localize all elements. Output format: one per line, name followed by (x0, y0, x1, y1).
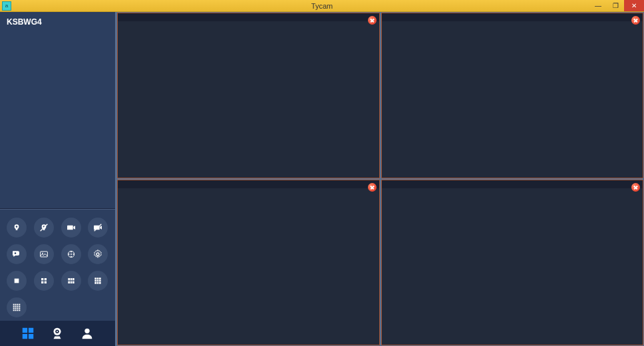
svg-rect-48 (15, 309, 17, 311)
layout-6-button[interactable] (61, 271, 81, 291)
svg-rect-23 (68, 281, 70, 283)
svg-rect-28 (99, 277, 101, 279)
svg-rect-16 (41, 278, 43, 280)
svg-rect-2 (16, 228, 18, 230)
svg-rect-44 (15, 307, 17, 309)
main-area: KSBWG4 (0, 12, 644, 346)
user-icon (80, 326, 94, 341)
icon-grid (7, 218, 108, 317)
svg-rect-35 (13, 304, 15, 305)
svg-rect-45 (17, 307, 18, 309)
record-icon (66, 222, 77, 233)
layout-4-button[interactable] (34, 271, 54, 291)
svg-rect-47 (13, 309, 15, 311)
svg-rect-46 (19, 307, 20, 309)
layout-9-icon (92, 275, 103, 286)
gear-icon (92, 249, 103, 260)
svg-rect-15 (15, 279, 19, 283)
svg-rect-26 (95, 277, 97, 279)
svg-rect-22 (73, 278, 75, 280)
svg-rect-52 (29, 328, 33, 333)
pane-header (118, 180, 379, 188)
nav-grid-button[interactable] (21, 326, 35, 341)
ptz-button[interactable] (61, 244, 81, 264)
video-pane-1[interactable] (117, 13, 380, 178)
layout-1-button[interactable] (7, 271, 27, 291)
record-off-icon (92, 222, 103, 233)
svg-point-1 (16, 226, 18, 228)
svg-rect-32 (95, 282, 97, 284)
svg-rect-27 (97, 277, 99, 279)
svg-rect-40 (15, 306, 17, 307)
pane-header (382, 13, 643, 21)
window-controls: — ❐ ✕ (589, 0, 644, 11)
record-off-button[interactable] (88, 218, 108, 238)
layout-16-icon (11, 302, 22, 313)
close-button[interactable]: ✕ (624, 0, 644, 11)
nav-camera-button[interactable] (50, 326, 65, 341)
svg-rect-18 (41, 281, 43, 283)
svg-rect-42 (19, 306, 20, 307)
video-pane-4[interactable] (381, 180, 644, 345)
image-icon (39, 249, 49, 260)
pane-close-button[interactable] (368, 16, 377, 25)
svg-rect-39 (13, 306, 15, 307)
intercom-icon (11, 249, 22, 260)
svg-rect-36 (15, 304, 17, 305)
layout-4-icon (39, 275, 49, 286)
pane-header (118, 13, 379, 21)
video-pane-3[interactable] (117, 180, 380, 345)
svg-rect-7 (67, 226, 73, 230)
app-icon: a (2, 1, 11, 11)
grid-icon (21, 326, 35, 341)
svg-point-10 (15, 252, 17, 254)
svg-rect-29 (95, 280, 97, 282)
svg-rect-38 (19, 304, 20, 305)
pane-close-button[interactable] (631, 16, 640, 25)
svg-rect-43 (13, 307, 15, 309)
camera-icon (11, 222, 22, 233)
pane-close-button[interactable] (631, 183, 640, 192)
camera-on-button[interactable] (7, 218, 27, 238)
svg-point-14 (71, 254, 72, 255)
settings-button[interactable] (88, 244, 108, 264)
minimize-button[interactable]: — (589, 0, 607, 11)
ptz-icon (66, 249, 77, 260)
layout-9-button[interactable] (88, 271, 108, 291)
window-title: Tycam (311, 2, 333, 10)
nav-user-button[interactable] (80, 326, 94, 341)
svg-rect-53 (23, 334, 27, 339)
layout-16-button[interactable] (7, 297, 27, 317)
device-label: KSBWG4 (7, 17, 108, 27)
camera-off-button[interactable] (34, 218, 54, 238)
sidebar: KSBWG4 (0, 12, 116, 346)
svg-rect-49 (17, 309, 18, 311)
svg-rect-20 (68, 278, 70, 280)
svg-rect-37 (17, 304, 18, 305)
layout-1-icon (11, 275, 22, 286)
svg-rect-34 (99, 282, 101, 284)
snapshot-button[interactable] (34, 244, 54, 264)
bottom-nav (0, 321, 115, 346)
svg-rect-19 (44, 281, 46, 283)
svg-rect-54 (29, 334, 33, 339)
webcam-icon (50, 326, 65, 341)
svg-rect-25 (73, 281, 75, 283)
svg-rect-17 (44, 278, 46, 280)
titlebar: a Tycam — ❐ ✕ (0, 0, 644, 12)
device-panel: KSBWG4 (0, 12, 115, 209)
pane-header (382, 180, 643, 188)
pane-close-button[interactable] (368, 183, 377, 192)
record-button[interactable] (61, 218, 81, 238)
svg-rect-11 (40, 252, 47, 257)
svg-point-57 (57, 331, 58, 332)
intercom-button[interactable] (7, 244, 27, 264)
video-pane-2[interactable] (381, 13, 644, 178)
camera-off-icon (39, 222, 49, 233)
svg-rect-51 (23, 328, 27, 333)
control-panel (0, 209, 115, 321)
layout-6-icon (66, 275, 77, 286)
video-grid (116, 12, 644, 346)
svg-rect-41 (17, 306, 18, 307)
maximize-button[interactable]: ❐ (607, 0, 624, 11)
